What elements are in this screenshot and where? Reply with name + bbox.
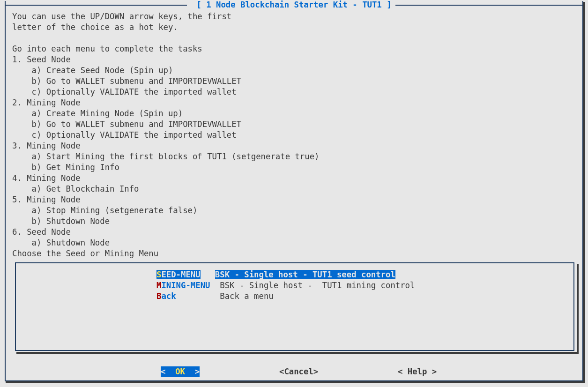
dialog-title: [ 1 Node Blockchain Starter Kit - TUT1 ] (196, 0, 391, 10)
menu-shadow (577, 264, 579, 354)
menu-tag: ack (161, 291, 176, 301)
help-button[interactable]: < Help > (398, 366, 437, 377)
menu-hotkey: M (156, 281, 161, 290)
menu-item-seed[interactable]: SEED-MENU BSK - Single host - TUT1 seed … (156, 269, 415, 280)
button-bar: < OK > <Cancel> < Help > (6, 366, 582, 378)
menu-listbox: SEED-MENU BSK - Single host - TUT1 seed … (15, 262, 574, 351)
dialog-shadow (583, 2, 585, 383)
menu-item-mining[interactable]: MINING-MENU BSK - Single host - TUT1 min… (156, 280, 415, 291)
menu-hotkey: S (156, 270, 161, 279)
menu-desc: BSK - Single host - TUT1 mining control (215, 281, 415, 290)
cancel-button[interactable]: <Cancel> (279, 366, 318, 377)
menu-hotkey: B (156, 291, 161, 301)
ok-button[interactable]: < OK > (161, 366, 200, 377)
menu-desc: BSK - Single host - TUT1 seed control (215, 270, 395, 279)
menu-desc: Back a menu (215, 291, 274, 301)
instructions-text: You can use the UP/DOWN arrow keys, the … (12, 11, 576, 259)
title-bar: [ 1 Node Blockchain Starter Kit - TUT1 ] (6, 0, 582, 10)
menu-item-back[interactable]: Back Back a menu (156, 291, 415, 302)
menu-shadow (16, 352, 578, 354)
dialog-shadow (6, 381, 585, 383)
title-rule-right (395, 5, 582, 6)
dialog-frame: [ 1 Node Blockchain Starter Kit - TUT1 ]… (5, 1, 583, 381)
menu-tag: INING-MENU (161, 281, 210, 290)
menu-items: SEED-MENU BSK - Single host - TUT1 seed … (156, 269, 415, 302)
menu-tag: EED-MENU (161, 270, 200, 279)
title-rule-left (6, 5, 187, 6)
